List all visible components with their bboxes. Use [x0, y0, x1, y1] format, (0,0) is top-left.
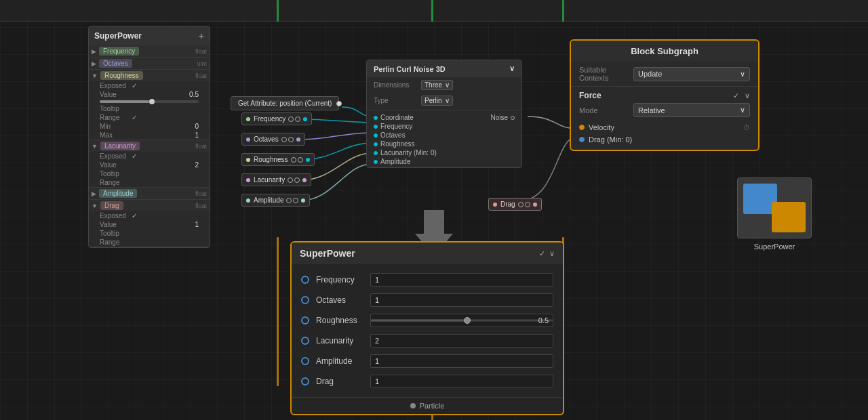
- bs-suitable-contexts-row: Suitable Contexts Update ∨: [571, 62, 758, 86]
- drag-node-label: Drag: [500, 201, 515, 208]
- sp-drag-type: float: [195, 203, 207, 209]
- bs-suitable-contexts-dropdown[interactable]: Update ∨: [633, 67, 750, 81]
- sp-drag-exposed-check: ✓: [132, 212, 137, 219]
- sw-octaves-row: Octaves 1: [292, 290, 563, 310]
- sw-lacunarity-radio[interactable]: [301, 337, 309, 345]
- drag-node-left-dot: [493, 203, 497, 207]
- octaves-node-left-dot: [246, 138, 250, 142]
- sp-roughness-slider[interactable]: [100, 100, 199, 103]
- frequency-node[interactable]: Frequency: [241, 112, 312, 125]
- perlin-input-roughness: Roughness: [374, 140, 444, 148]
- sp-octaves-header[interactable]: ▶ Octaves uint: [89, 58, 210, 69]
- bs-force-controls: ✓ ∨: [733, 91, 750, 100]
- sw-frequency-input[interactable]: 1: [370, 273, 553, 287]
- sw-drag-input[interactable]: 1: [370, 375, 553, 388]
- sp-drag-value-row: Value 1: [89, 220, 210, 229]
- roughness-arrow-icon: ▼: [92, 72, 98, 79]
- frequency-port-1: [288, 117, 294, 122]
- sp-frequency-header[interactable]: ▶ Frequency float: [89, 45, 210, 57]
- lacunarity-port-2: [294, 177, 300, 183]
- perlin-io-area: Coordinate Frequency Octaves Roughness L…: [367, 112, 521, 167]
- sw-body: Frequency 1 Octaves 1 Roughness: [292, 264, 563, 397]
- bs-drag-label: Drag (Min: 0): [589, 135, 632, 144]
- sw-lacunarity-input[interactable]: 2: [370, 334, 553, 348]
- sp-drag-header[interactable]: ▼ Drag float: [89, 200, 210, 211]
- lacunarity-node[interactable]: Lacunarity: [241, 173, 311, 186]
- sp-roughness-exposed-label: Exposed: [100, 82, 130, 89]
- amplitude-node[interactable]: Amplitude: [241, 194, 310, 207]
- sp-roughness-type: float: [195, 72, 207, 79]
- drag-node-box: Drag: [488, 198, 542, 211]
- drag-node-right-dot: [533, 203, 537, 207]
- sp-lacunarity-range-row: Range: [89, 178, 210, 187]
- bs-mode-dropdown[interactable]: Relative ∨: [633, 103, 750, 117]
- sw-drag-radio[interactable]: [301, 377, 309, 385]
- sp-amplitude-type: float: [195, 190, 207, 197]
- bs-mode-row: Mode Relative ∨: [579, 103, 750, 117]
- drag-node-ports: [518, 202, 530, 207]
- sp-lacunarity-value-label: Value: [100, 161, 130, 169]
- sw-octaves-input[interactable]: 1: [370, 293, 553, 307]
- roughness-port-1: [291, 157, 296, 163]
- roughness-node-box: Roughness: [241, 153, 315, 166]
- sp-amplitude-section: ▶ Amplitude float: [89, 188, 210, 200]
- sw-amplitude-radio[interactable]: [301, 357, 309, 365]
- perlin-input-octaves: Octaves: [374, 131, 444, 140]
- sp-octaves-type: uint: [197, 60, 207, 67]
- sp-amplitude-tag: Amplitude: [99, 189, 137, 198]
- superpower-left-panel: SuperPower + ▶ Frequency float ▶ Octaves…: [88, 26, 210, 248]
- sw-frequency-radio[interactable]: [301, 276, 309, 284]
- sw-lacunarity-param-name: Lacunarity: [316, 336, 370, 345]
- sw-lacunarity-row: Lacunarity 2: [292, 331, 563, 351]
- amplitude-node-label: Amplitude: [254, 196, 283, 204]
- perlin-type-dropdown[interactable]: Perlin ∨: [421, 96, 453, 106]
- bs-panel-title: Block Subgraph: [631, 46, 698, 56]
- sw-roughness-slider-fill: [371, 320, 467, 322]
- sp-lacunarity-exposed-row: Exposed ✓: [89, 152, 210, 161]
- sp-panel-header: SuperPower +: [89, 26, 210, 45]
- sw-octaves-radio[interactable]: [301, 296, 309, 304]
- sw-expand-icon[interactable]: ∨: [549, 249, 555, 258]
- octaves-node[interactable]: Octaves: [241, 133, 305, 146]
- perlin-outputs: Noise: [444, 113, 515, 166]
- roughness-node[interactable]: Roughness: [241, 153, 315, 166]
- sp-lacunarity-header[interactable]: ▼ Lacunarity float: [89, 140, 210, 152]
- sw-roughness-param-name: Roughness: [316, 316, 370, 325]
- sp-roughness-tooltip-label: Tooltip: [100, 105, 130, 112]
- lacunarity-node-box: Lacunarity: [241, 173, 311, 186]
- superpower-thumbnail[interactable]: SuperPower: [734, 177, 815, 251]
- perlin-panel: Perlin Curl Noise 3D ∨ Dimensions Three …: [366, 60, 522, 168]
- sp-lacunarity-section: ▼ Lacunarity float Exposed ✓ Value 2 Too…: [89, 140, 210, 188]
- sp-amplitude-header[interactable]: ▶ Amplitude float: [89, 188, 210, 199]
- perlin-frequency-label: Frequency: [380, 123, 412, 130]
- sw-roughness-slider[interactable]: 0.5: [370, 314, 553, 327]
- bs-force-check-icon[interactable]: ✓: [733, 91, 739, 100]
- coordinate-port-dot: [374, 116, 378, 120]
- sw-footer: Particle: [292, 397, 563, 414]
- perlin-dimensions-chevron: ∨: [445, 81, 450, 89]
- sw-check-icon[interactable]: ✓: [539, 249, 545, 258]
- lacunarity-port-1: [288, 177, 293, 183]
- sp-roughness-slider-row[interactable]: [89, 99, 210, 104]
- amplitude-node-left-dot: [246, 198, 250, 203]
- perlin-expand-icon[interactable]: ∨: [509, 64, 515, 73]
- bs-force-expand-icon[interactable]: ∨: [745, 91, 750, 100]
- perlin-type-row: Type Perlin ∨: [367, 93, 521, 108]
- octaves-node-right-dot: [296, 138, 300, 142]
- sp-roughness-max-value: 1: [195, 131, 199, 139]
- perlin-type-chevron: ∨: [445, 97, 450, 104]
- lacunarity-node-right-dot: [302, 178, 307, 182]
- sw-amplitude-input[interactable]: 1: [370, 354, 553, 368]
- bs-panel-header: Block Subgraph: [571, 41, 758, 62]
- sw-title: SuperPower: [300, 248, 355, 259]
- amplitude-port-dot: [374, 160, 378, 164]
- sp-roughness-header[interactable]: ▼ Roughness float: [89, 70, 210, 81]
- amplitude-node-right-dot: [301, 198, 305, 203]
- sp-add-button[interactable]: +: [199, 30, 204, 41]
- sw-drag-row: Drag 1: [292, 371, 563, 392]
- drag-node[interactable]: Drag: [488, 198, 542, 211]
- sp-drag-range-row: Range: [89, 238, 210, 247]
- perlin-dimensions-dropdown[interactable]: Three ∨: [421, 80, 453, 90]
- lacunarity-node-label: Lacunarity: [254, 176, 285, 184]
- sw-roughness-radio[interactable]: [301, 316, 309, 324]
